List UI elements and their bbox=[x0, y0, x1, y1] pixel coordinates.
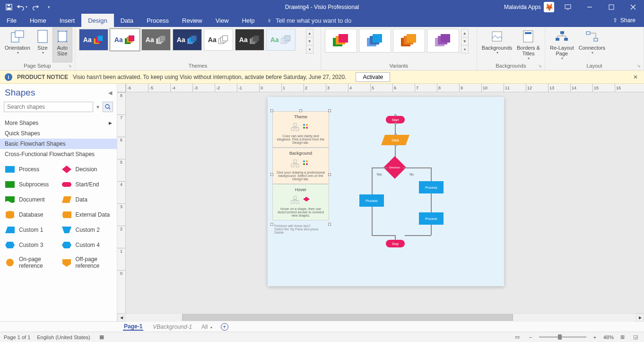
variants-more-icon[interactable]: ▾ bbox=[461, 45, 468, 53]
undo-icon[interactable]: ▾ bbox=[16, 1, 28, 13]
shape-subprocess[interactable]: Subprocess bbox=[3, 178, 58, 191]
collapse-shapes-icon[interactable]: ◀ bbox=[108, 90, 112, 96]
page-indicator[interactable]: Page 1 of 1 bbox=[4, 334, 30, 340]
connectors-button[interactable]: Connectors▾ bbox=[577, 28, 607, 62]
theme-thumb-5[interactable]: Aa bbox=[235, 29, 264, 51]
presentation-mode-icon[interactable]: ▭ bbox=[513, 333, 522, 342]
drawing-page[interactable]: Theme Color can add clarity and elegance… bbox=[268, 97, 504, 286]
themes-more-icon[interactable]: ▾ bbox=[306, 45, 313, 53]
page-tab-all[interactable]: All ▾ bbox=[201, 324, 212, 330]
variant-thumb-2[interactable] bbox=[393, 29, 425, 53]
qat-customize-icon[interactable]: ▾ bbox=[43, 1, 55, 13]
redo-icon[interactable] bbox=[29, 1, 42, 13]
shape-document[interactable]: Document bbox=[3, 193, 58, 206]
shape-database[interactable]: Database bbox=[3, 209, 58, 221]
tip-card-hover[interactable]: Hover Hover on a shape, then use AutoCon… bbox=[272, 184, 329, 220]
theme-thumb-1[interactable]: Aa bbox=[110, 29, 139, 51]
variants-scroll-down[interactable]: ▼ bbox=[461, 37, 468, 45]
zoom-in-icon[interactable]: + bbox=[590, 333, 600, 342]
stencil-cross-functional-flowchart-shapes[interactable]: Cross-Functional Flowchart Shapes bbox=[0, 149, 117, 159]
tab-help[interactable]: Help bbox=[235, 14, 261, 27]
notice-close-icon[interactable]: ✕ bbox=[632, 74, 639, 80]
user-avatar-icon[interactable]: 🦊 bbox=[544, 2, 554, 12]
tab-file[interactable]: File bbox=[0, 14, 23, 27]
tip-card-theme[interactable]: Theme Color can add clarity and elegance… bbox=[272, 111, 329, 148]
horizontal-scrollbar[interactable]: ◀ ▶ bbox=[117, 313, 644, 321]
variant-thumb-3[interactable] bbox=[427, 29, 459, 53]
page-tab-active[interactable]: Page-1 bbox=[123, 323, 143, 331]
process-node-yes[interactable]: Process bbox=[359, 194, 384, 207]
zoom-level[interactable]: 48% bbox=[603, 334, 614, 340]
pan-zoom-window-icon[interactable]: ◲ bbox=[631, 333, 640, 342]
borders-titles-button[interactable]: Borders & Titles▾ bbox=[515, 28, 542, 62]
shape-custom-1[interactable]: Custom 1 bbox=[3, 224, 58, 236]
theme-thumb-4[interactable]: Aa bbox=[204, 29, 233, 51]
shape-custom-4[interactable]: Custom 4 bbox=[60, 239, 114, 251]
tab-view[interactable]: View bbox=[209, 14, 235, 27]
fit-page-icon[interactable]: ⊞ bbox=[618, 333, 627, 342]
stencil-basic-flowchart-shapes[interactable]: Basic Flowchart Shapes bbox=[0, 139, 117, 149]
shape-process[interactable]: Process bbox=[3, 163, 58, 175]
tips-pane[interactable]: Theme Color can add clarity and elegance… bbox=[272, 111, 329, 235]
tell-me-input[interactable] bbox=[276, 17, 370, 24]
stop-node[interactable]: Stop bbox=[386, 240, 405, 247]
zoom-out-icon[interactable]: − bbox=[526, 333, 535, 342]
variants-scroll-up[interactable]: ▲ bbox=[461, 29, 468, 37]
save-icon[interactable] bbox=[3, 1, 15, 13]
themes-scroll-up[interactable]: ▲ bbox=[306, 29, 313, 37]
process-node-no[interactable]: Process bbox=[419, 181, 444, 193]
close-icon[interactable] bbox=[622, 0, 644, 14]
page-tab-background[interactable]: VBackground-1 bbox=[152, 324, 193, 330]
variant-thumb-1[interactable] bbox=[359, 29, 391, 53]
theme-thumb-6[interactable]: Aa bbox=[266, 29, 296, 51]
size-button[interactable]: Size▾ bbox=[33, 28, 52, 62]
ribbon-display-options-icon[interactable] bbox=[557, 0, 579, 14]
search-shapes-input[interactable] bbox=[4, 102, 93, 112]
search-icon[interactable] bbox=[103, 102, 113, 112]
shape-external-data[interactable]: External Data bbox=[60, 209, 114, 221]
theme-thumb-3[interactable]: Aa bbox=[173, 29, 202, 51]
tab-insert[interactable]: Insert bbox=[53, 14, 82, 27]
backgrounds-button[interactable]: Backgrounds▾ bbox=[480, 28, 514, 62]
process-node-3[interactable]: Process bbox=[419, 212, 444, 225]
more-shapes-row[interactable]: More Shapes▶ bbox=[0, 118, 117, 128]
auto-size-button[interactable]: Auto Size bbox=[53, 28, 72, 62]
tab-design[interactable]: Design bbox=[81, 14, 113, 27]
activate-button[interactable]: Activate bbox=[356, 72, 390, 82]
tab-review[interactable]: Review bbox=[175, 14, 209, 27]
orientation-button[interactable]: Orientation▾ bbox=[3, 28, 32, 62]
theme-thumb-2[interactable]: Aa bbox=[141, 29, 171, 51]
zoom-slider[interactable] bbox=[539, 336, 586, 338]
stencil-quick-shapes[interactable]: Quick Shapes bbox=[0, 128, 117, 139]
tip-card-background[interactable]: Background Give your drawing a professio… bbox=[272, 148, 329, 184]
tab-process[interactable]: Process bbox=[140, 14, 175, 27]
relayout-page-button[interactable]: Re-Layout Page▾ bbox=[548, 28, 576, 62]
page-setup-dialog-launcher[interactable]: ↘ bbox=[68, 63, 74, 69]
drawing-viewport[interactable]: Theme Color can add clarity and elegance… bbox=[126, 92, 644, 313]
shape-decision[interactable]: Decision bbox=[60, 163, 114, 175]
macro-recording-icon[interactable]: ▦ bbox=[97, 333, 106, 342]
scroll-left-icon[interactable]: ◀ bbox=[117, 314, 125, 322]
variant-thumb-0[interactable] bbox=[325, 29, 357, 53]
shape-custom-2[interactable]: Custom 2 bbox=[60, 224, 114, 236]
theme-thumb-0[interactable]: Aa bbox=[79, 29, 108, 51]
shape-data[interactable]: Data bbox=[60, 193, 114, 206]
shape-off-page-reference[interactable]: Off-page reference bbox=[60, 254, 114, 271]
themes-scroll-down[interactable]: ▼ bbox=[306, 37, 313, 45]
layout-dialog-launcher[interactable]: ↘ bbox=[637, 63, 643, 69]
data-node[interactable]: Data bbox=[381, 135, 409, 145]
backgrounds-dialog-launcher[interactable]: ↘ bbox=[538, 63, 544, 69]
shape-custom-3[interactable]: Custom 3 bbox=[3, 239, 58, 251]
maximize-icon[interactable] bbox=[600, 0, 622, 14]
shape-start-end[interactable]: Start/End bbox=[60, 178, 114, 191]
add-page-button[interactable]: + bbox=[221, 323, 228, 331]
shape-on-page-reference[interactable]: On-page reference bbox=[3, 254, 58, 271]
search-dropdown-icon[interactable]: ▾ bbox=[95, 102, 101, 112]
minimize-icon[interactable] bbox=[579, 0, 600, 14]
language-indicator[interactable]: English (United States) bbox=[37, 334, 90, 340]
scroll-right-icon[interactable]: ▶ bbox=[636, 314, 644, 322]
tab-data[interactable]: Data bbox=[114, 14, 140, 27]
user-name[interactable]: Malavida Apps bbox=[504, 4, 541, 10]
tab-home[interactable]: Home bbox=[23, 14, 53, 27]
share-button[interactable]: ⇪ Share bbox=[609, 14, 639, 27]
